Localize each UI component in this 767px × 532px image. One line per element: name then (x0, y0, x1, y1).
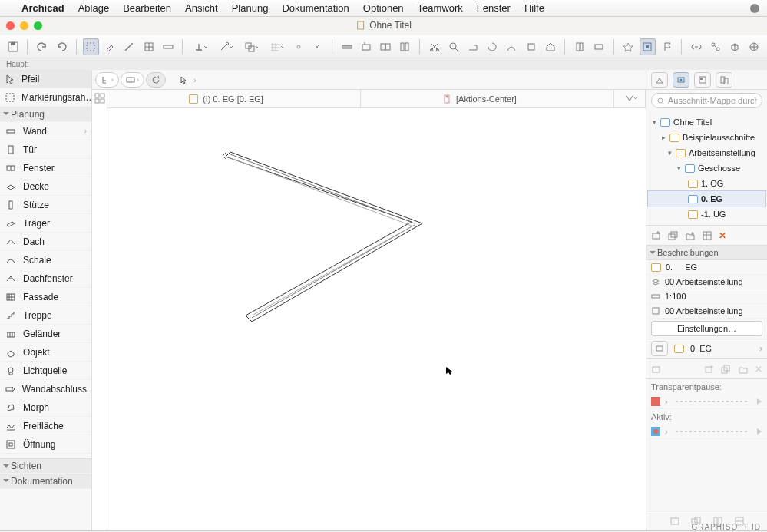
tool-traeger[interactable]: Träger (0, 214, 91, 233)
tool-wandabschluss[interactable]: Wandabschluss (0, 380, 91, 398)
new-folder-button[interactable] (685, 230, 696, 241)
transp-color[interactable]: › (646, 395, 767, 409)
eyedropper-button[interactable] (102, 38, 118, 55)
tool-arrow[interactable]: Pfeil (0, 70, 91, 88)
tool-tuer[interactable]: Tür (0, 140, 91, 159)
tool-objekt[interactable]: Objekt (0, 343, 91, 362)
tree-story-1og[interactable]: 1. OG (648, 176, 765, 191)
close-window-icon[interactable] (6, 21, 15, 30)
grid-button[interactable] (141, 38, 157, 55)
prop-id[interactable]: 0.EG (646, 260, 767, 275)
menubar-status-icon[interactable] (750, 4, 759, 13)
prop-penset[interactable]: 00 Arbeitseinstellung (646, 304, 767, 319)
house-button[interactable] (542, 38, 558, 55)
favorite-button[interactable] (620, 38, 636, 55)
organize-button[interactable] (702, 230, 712, 241)
find-button[interactable] (445, 38, 461, 55)
intersect-menu[interactable] (240, 38, 262, 55)
ctx-tree-button[interactable]: › (95, 72, 119, 88)
prop-scale[interactable]: 1:100 (646, 289, 767, 304)
columns-button[interactable] (397, 38, 413, 55)
tool-dach[interactable]: Dach (0, 233, 91, 251)
delete-button[interactable]: ✕ (719, 230, 726, 241)
menu-hilfe[interactable]: Hilfe (524, 2, 544, 14)
tool-schale[interactable]: Schale (0, 251, 91, 269)
handle-icon[interactable] (756, 428, 762, 435)
guides-toggle[interactable] (640, 38, 656, 55)
navtab-project[interactable] (651, 72, 668, 88)
navtab-viewmap[interactable] (673, 72, 689, 88)
navtab-publisher[interactable] (716, 72, 732, 88)
tool-oeffnung[interactable]: Öffnung (0, 435, 91, 454)
gridshow-menu[interactable] (265, 38, 287, 55)
toolbox-section-dokumentation[interactable]: Dokumentation (0, 474, 91, 489)
ctx-floor-button[interactable]: › (121, 72, 144, 88)
tab-floorplan[interactable]: (I) 0. EG [0. EG] (107, 90, 361, 107)
new-trace-button[interactable] (704, 364, 715, 375)
link-button[interactable] (688, 38, 704, 55)
tree-story-ug[interactable]: -1. UG (648, 207, 765, 222)
ctx-cursor-button[interactable] (175, 71, 192, 88)
navtab-layout[interactable] (694, 72, 711, 88)
tree-root[interactable]: ▾Ohne Titel (648, 114, 765, 130)
btn-a[interactable] (669, 516, 680, 527)
globe-button[interactable] (746, 38, 762, 55)
rotate-button[interactable] (484, 38, 501, 55)
thumbnail-toggle[interactable] (92, 90, 107, 530)
tab-actioncenter[interactable]: [Aktions-Center] (361, 90, 614, 107)
tool-fenster[interactable]: Fenster (0, 159, 91, 177)
menu-dokumentation[interactable]: Dokumentation (282, 2, 349, 14)
menu-teamwork[interactable]: Teamwork (418, 2, 463, 14)
tool-lichtquelle[interactable]: Lichtquelle (0, 362, 91, 380)
active-color[interactable]: › (646, 425, 767, 439)
handle-icon[interactable] (756, 398, 762, 405)
tab-overflow[interactable] (614, 90, 646, 107)
gridsnap-button[interactable] (290, 38, 306, 55)
view-type-button[interactable] (651, 341, 668, 356)
menu-bearbeiten[interactable]: Bearbeiten (123, 2, 171, 14)
selection-toggle[interactable] (83, 38, 99, 55)
tool-fassade[interactable]: Fassade (0, 288, 91, 306)
toolbox-section-planung[interactable]: Planung (0, 107, 91, 122)
trace-button[interactable] (359, 38, 375, 55)
toolbox-section-sichten[interactable]: Sichten (0, 458, 91, 474)
tool-gelaender[interactable]: Geländer (0, 325, 91, 343)
cube-button[interactable] (727, 38, 743, 55)
window-button[interactable] (591, 38, 607, 55)
menu-planung[interactable]: Planung (232, 2, 269, 14)
magicwand-button[interactable] (121, 38, 137, 55)
redo-button[interactable] (53, 38, 69, 55)
navigator-search[interactable]: Ausschnitt-Mappe durch (651, 93, 762, 108)
prop-layercombo[interactable]: 00 Arbeitseinstellung (646, 275, 767, 289)
connection-button[interactable] (707, 38, 723, 55)
folder-trace-button[interactable] (738, 364, 749, 375)
viewcombo-label[interactable]: 0. EG (690, 344, 753, 353)
extrude-button[interactable] (464, 38, 481, 55)
new-view-button[interactable] (651, 230, 662, 241)
extend-button[interactable] (523, 38, 539, 55)
add-trace-button[interactable] (651, 364, 662, 375)
ruler-button[interactable] (160, 38, 176, 55)
tree-beispiel[interactable]: ▸Beispielausschnitte (648, 130, 765, 145)
tool-treppe[interactable]: Treppe (0, 306, 91, 325)
door-button[interactable] (571, 38, 587, 55)
fullscreen-window-icon[interactable] (34, 21, 42, 30)
save-button[interactable] (5, 38, 21, 55)
delete-trace-button[interactable]: ✕ (755, 364, 762, 375)
ctx-refresh-button[interactable] (146, 72, 166, 88)
perpendicular-menu[interactable] (189, 38, 211, 55)
menu-ablage[interactable]: Ablage (78, 2, 109, 14)
flag-button[interactable] (659, 38, 675, 55)
tree-geschosse[interactable]: ▾Geschosse (648, 160, 765, 176)
lock-button[interactable] (309, 38, 326, 55)
undo-button[interactable] (34, 38, 50, 55)
measure-button[interactable] (339, 38, 355, 55)
tool-decke[interactable]: Decke (0, 177, 91, 196)
brand-id[interactable]: GRAPHISOFT ID (691, 523, 761, 531)
tree-arbeit[interactable]: ▾Arbeitseinstellung (648, 145, 765, 160)
clone-trace-button[interactable] (721, 364, 732, 375)
curve-button[interactable] (504, 38, 520, 55)
tool-marquee[interactable]: Markierungsrah… (0, 88, 91, 107)
tree-story-0eg[interactable]: 0. EG (648, 191, 765, 207)
tool-wand[interactable]: Wand› (0, 122, 91, 140)
